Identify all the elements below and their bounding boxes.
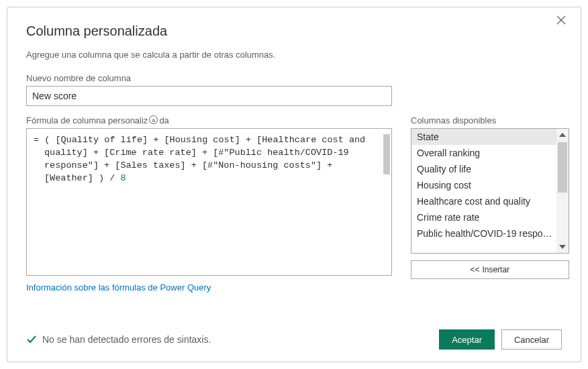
check-icon: [26, 334, 37, 345]
cancel-button[interactable]: Cancelar: [501, 329, 562, 350]
insert-label: Insertar: [482, 265, 509, 274]
dialog-subtitle: Agregue una columna que se calcula a par…: [26, 50, 562, 60]
columns-scrollbar-thumb[interactable]: [558, 142, 567, 193]
formula-prefix: =: [34, 135, 44, 145]
dialog-footer: No se han detectado errores de sintaxis.…: [26, 329, 562, 350]
formula-body: ( [Quality of life] + [Housing cost] + […: [44, 135, 371, 183]
dialog-title: Columna personalizada: [26, 23, 562, 39]
info-icon[interactable]: a: [149, 115, 158, 124]
chevron-down-icon: [559, 245, 566, 249]
chevron-up-icon: [559, 133, 566, 137]
formula-label-post: da: [159, 115, 168, 125]
available-columns-list: State Overall ranking Quality of life Ho…: [411, 128, 569, 254]
list-item[interactable]: State: [411, 129, 569, 145]
list-item[interactable]: Healthcare cost and quality: [411, 193, 569, 209]
insert-button[interactable]: << Insertar: [411, 260, 569, 279]
columns-scrollbar: [556, 129, 569, 253]
name-field-label: Nuevo nombre de columna: [26, 73, 562, 83]
columns-label: Columnas disponibles: [411, 115, 569, 125]
list-item[interactable]: Housing cost: [411, 177, 569, 193]
syntax-status: No se han detectado errores de sintaxis.: [26, 334, 211, 345]
list-item[interactable]: Overall ranking: [411, 145, 569, 161]
status-text: No se han detectado errores de sintaxis.: [42, 334, 211, 345]
scroll-down-button[interactable]: [556, 241, 569, 253]
column-name-input[interactable]: [26, 86, 392, 106]
custom-column-dialog: Columna personalizada Agregue una column…: [7, 7, 581, 362]
close-icon: [556, 15, 566, 25]
formula-text: = ( [Quality of life] + [Housing cost] +…: [34, 134, 385, 185]
columns-list-inner: State Overall ranking Quality of life Ho…: [411, 129, 569, 253]
formula-label-pre: Fórmula de columna personaliz: [26, 115, 148, 125]
ok-button[interactable]: Aceptar: [439, 329, 495, 350]
footer-buttons: Aceptar Cancelar: [439, 329, 562, 350]
insert-arrows-icon: <<: [470, 265, 479, 274]
power-query-help-link[interactable]: Información sobre las fórmulas de Power …: [26, 282, 211, 293]
formula-number: 8: [120, 173, 126, 183]
formula-scrollbar-thumb[interactable]: [383, 134, 390, 174]
list-item[interactable]: Public health/COVID-19 respo…: [411, 225, 569, 242]
formula-editor[interactable]: = ( [Quality of life] + [Housing cost] +…: [26, 128, 392, 276]
list-item[interactable]: Crime rate rate: [411, 209, 569, 225]
close-button[interactable]: [556, 15, 570, 29]
scroll-up-button[interactable]: [556, 129, 569, 141]
formula-field-label: Fórmula de columna personalizada: [26, 115, 392, 125]
list-item[interactable]: Quality of life: [411, 161, 569, 177]
